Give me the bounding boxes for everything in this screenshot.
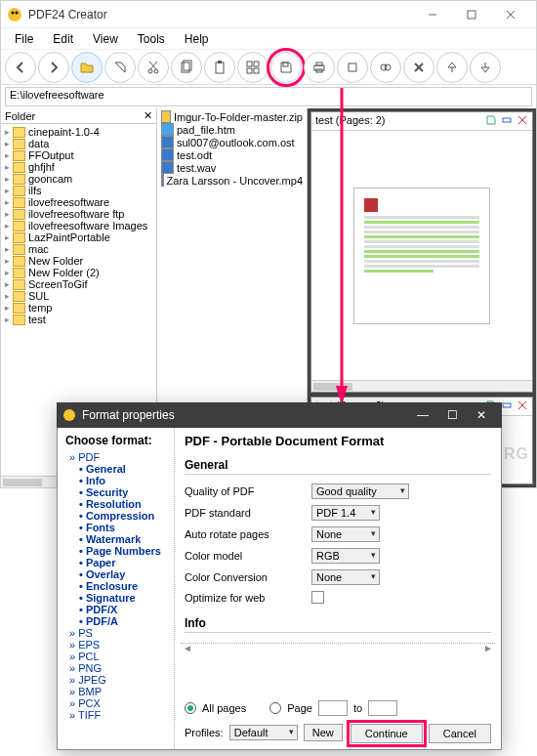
folder-item[interactable]: ▸gooncam (3, 173, 154, 185)
close-pane-icon[interactable]: ✕ (144, 109, 152, 122)
continue-button[interactable]: Continue (351, 724, 423, 743)
folder-item[interactable]: ▸temp (3, 302, 154, 314)
all-pages-radio[interactable] (185, 702, 196, 714)
folder-item[interactable]: ▸New Folder (2) (3, 267, 154, 278)
close-icon[interactable] (516, 399, 528, 413)
menu-file[interactable]: File (5, 30, 43, 48)
format-ps[interactable]: PS (65, 627, 166, 639)
address-bar[interactable]: E:\ilovefreesoftware (5, 87, 532, 106)
grid-button[interactable] (237, 52, 268, 83)
folder-item[interactable]: ▸ilovefreesoftware Images (3, 220, 154, 231)
format-jpeg[interactable]: JPEG (65, 674, 166, 686)
format-pdf-compression[interactable]: Compression (65, 510, 166, 522)
cancel-button[interactable]: Cancel (429, 724, 491, 743)
folder-item[interactable]: ▸LazPaintPortable (3, 231, 154, 243)
cut-button[interactable] (138, 52, 169, 83)
colormodel-select[interactable]: RGB (311, 548, 380, 564)
optimize-label: Optimize for web (185, 592, 311, 604)
format-pdf-general[interactable]: General (65, 463, 166, 475)
folder-item[interactable]: ▸SUL (3, 290, 154, 302)
menu-edit[interactable]: Edit (43, 30, 83, 48)
stop-button[interactable] (337, 52, 368, 83)
dialog-maximize[interactable]: ☐ (437, 403, 467, 427)
format-pdf-info[interactable]: Info (65, 475, 166, 486)
format-tiff[interactable]: TIFF (65, 709, 166, 721)
delete-button[interactable] (403, 52, 434, 83)
autorotate-select[interactable]: None (311, 526, 380, 542)
format-pdf-watermark[interactable]: Watermark (65, 533, 166, 545)
format-tree[interactable]: Choose format: PDFGeneralInfoSecurityRes… (58, 428, 175, 749)
dialog-close[interactable]: ✕ (467, 403, 496, 427)
new-profile-button[interactable]: New (304, 724, 343, 741)
file-list[interactable]: Imgur-To-Folder-master.zippad_file.htmsu… (157, 108, 307, 189)
folder-item[interactable]: ▸mac (3, 243, 154, 255)
quality-select[interactable]: Good quality (311, 483, 409, 499)
folder-item[interactable]: ▸test (3, 314, 154, 325)
link-button[interactable] (370, 52, 401, 83)
format-bmp[interactable]: BMP (65, 686, 166, 697)
svg-point-38 (63, 409, 75, 421)
menu-view[interactable]: View (83, 30, 128, 48)
format-pdf-paper[interactable]: Paper (65, 557, 166, 568)
close-button[interactable] (491, 3, 530, 26)
page-to-input[interactable] (368, 700, 397, 716)
format-pdf-overlay[interactable]: Overlay (65, 568, 166, 580)
format-eps[interactable]: EPS (65, 639, 166, 651)
inner-scrollbar[interactable] (181, 643, 495, 654)
minimize-button[interactable] (413, 3, 452, 26)
standard-select[interactable]: PDF 1.4 (311, 505, 380, 521)
folder-item[interactable]: ▸New Folder (3, 255, 154, 267)
format-pdf-page-numbers[interactable]: Page Numbers (65, 545, 166, 557)
folder-item[interactable]: ▸ilovefreesoftware ftp (3, 208, 154, 220)
back-button[interactable] (5, 52, 36, 83)
folder-item[interactable]: ▸data (3, 138, 154, 149)
copy-button[interactable] (171, 52, 202, 83)
save-button[interactable] (270, 52, 302, 83)
forward-button[interactable] (38, 52, 69, 83)
page-range-radio[interactable] (269, 702, 281, 714)
menu-tools[interactable]: Tools (128, 30, 175, 48)
maximize-button[interactable] (452, 3, 491, 26)
format-pdf-signature[interactable]: Signature (65, 592, 166, 604)
paste-button[interactable] (204, 52, 235, 83)
folder-item[interactable]: ▸ilfs (3, 185, 154, 196)
folder-item[interactable]: ▸ghfjhf (3, 161, 154, 173)
file-item[interactable]: pad_file.htm (159, 123, 305, 136)
format-pdf-resolution[interactable]: Resolution (65, 498, 166, 510)
file-item[interactable]: test.wav (159, 161, 305, 174)
format-png[interactable]: PNG (65, 662, 166, 674)
optimize-checkbox[interactable] (311, 591, 324, 604)
page-from-input[interactable] (318, 700, 348, 716)
menu-help[interactable]: Help (175, 30, 219, 48)
format-pdf-fonts[interactable]: Fonts (65, 522, 166, 533)
close-icon[interactable] (516, 114, 528, 128)
file-item[interactable]: test.odt (159, 148, 305, 161)
file-item[interactable]: Zara Larsson - Uncover.mp4 (159, 174, 305, 187)
format-pcl[interactable]: PCL (65, 651, 166, 662)
file-item[interactable]: Imgur-To-Folder-master.zip (159, 110, 305, 123)
format-pdf-pdf-a[interactable]: PDF/A (65, 615, 166, 627)
format-pcx[interactable]: PCX (65, 697, 166, 709)
save-icon[interactable] (485, 114, 497, 128)
format-pdf-security[interactable]: Security (65, 486, 166, 498)
print-icon[interactable] (501, 399, 513, 413)
profiles-select[interactable]: Default (229, 725, 298, 740)
tag-button[interactable] (104, 52, 136, 83)
format-pdf[interactable]: PDF (65, 451, 166, 463)
svg-point-7 (148, 69, 152, 73)
format-pdf-pdf-x[interactable]: PDF/X (65, 604, 166, 615)
file-item[interactable]: sul007@outlook.com.ost (159, 136, 305, 148)
colorconv-select[interactable]: None (311, 569, 380, 585)
print-button[interactable] (304, 52, 335, 83)
folder-item[interactable]: ▸ilovefreesoftware (3, 196, 154, 208)
folder-item[interactable]: ▸cinepaint-1.0-4 (3, 126, 154, 138)
up-button[interactable] (436, 52, 468, 83)
dialog-minimize[interactable]: — (408, 403, 437, 427)
format-pdf-enclosure[interactable]: Enclosure (65, 580, 166, 592)
folder-item[interactable]: ▸FFOutput (3, 149, 154, 161)
print-icon[interactable] (501, 114, 513, 128)
open-button[interactable] (71, 52, 103, 83)
folder-item[interactable]: ▸ScreenToGif (3, 278, 154, 290)
down-button[interactable] (470, 52, 501, 83)
svg-rect-16 (254, 62, 259, 66)
